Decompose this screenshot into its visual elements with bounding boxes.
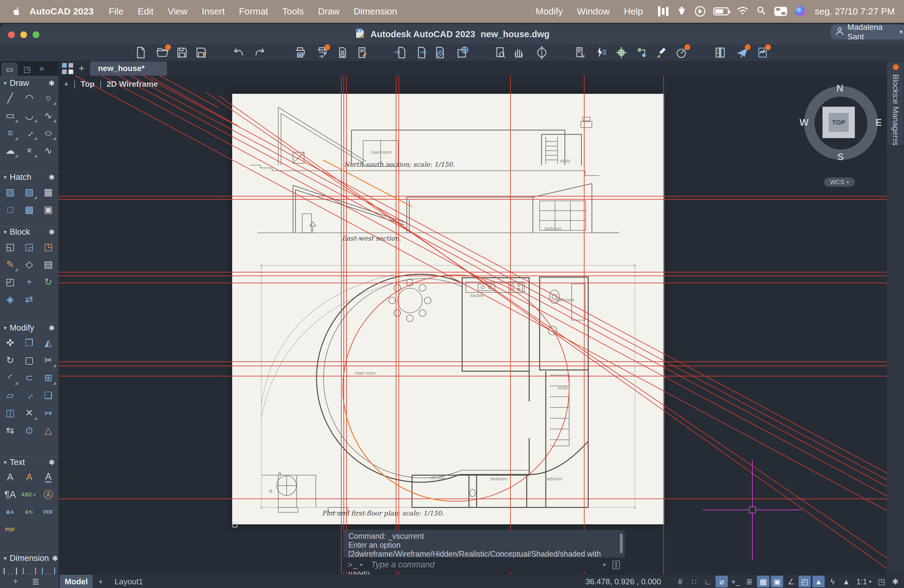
panel-dimension-header[interactable]: ▾Dimension✱ (0, 553, 58, 564)
sidebar-panel-list-button[interactable]: ≣ (32, 576, 40, 587)
tool-mirror[interactable]: ◭ (39, 334, 58, 351)
status-isometric[interactable]: ∠ (785, 576, 797, 587)
status-lineweight[interactable]: ≣ (743, 576, 755, 587)
tool-replace-block[interactable]: ⇄ (20, 291, 39, 308)
tool-clean[interactable]: △ (39, 422, 58, 439)
annotation-scale-dropdown[interactable]: 1:1▾ (854, 577, 874, 586)
compare-button[interactable] (713, 46, 727, 60)
tool-text-update[interactable]: A↻ (20, 503, 39, 521)
tool-rectangle[interactable]: ▭ (1, 107, 20, 124)
tool-polyline[interactable]: ∿ (39, 107, 58, 124)
status-transparency[interactable]: ▦ (757, 576, 769, 587)
command-share-icon[interactable]: ↥ (613, 561, 620, 569)
tool-insert-block[interactable]: ◲ (20, 238, 39, 256)
tool-point[interactable]: × (20, 142, 39, 159)
tab-2d-tools[interactable]: ▭ (2, 63, 17, 76)
panel-block-header[interactable]: ▾Block✱ (0, 226, 58, 237)
tool-trim[interactable]: ✂ (39, 351, 58, 369)
tool-change-space[interactable]: ⇆ (1, 422, 20, 439)
tool-hatch[interactable]: ▨ (1, 183, 20, 201)
status-snap[interactable]: ∷ (688, 576, 700, 587)
status-auto-scale[interactable]: ϟ (826, 576, 839, 587)
share-button[interactable] (735, 46, 749, 60)
status-selection-cycling[interactable]: ▣ (771, 576, 783, 587)
play-status-icon[interactable] (695, 6, 705, 17)
tool-image[interactable]: ▣ (39, 201, 58, 218)
prompt-caret-icon[interactable]: ▾ (360, 562, 363, 568)
tool-edit-block[interactable]: ◳ (39, 238, 58, 256)
save-as-button[interactable] (194, 46, 208, 60)
plot-style-button[interactable] (355, 46, 369, 60)
tool-ellipse[interactable]: ○ (39, 124, 58, 142)
apple-menu-icon[interactable] (12, 6, 21, 17)
tool-break-at-point[interactable]: ✕ (20, 404, 39, 422)
tool-arc[interactable]: ◠ (20, 89, 39, 107)
tool-explode[interactable]: ▱ (1, 387, 20, 404)
tool-sync-attributes[interactable]: ↻ (39, 273, 58, 291)
tab-layout1[interactable]: Layout1 (108, 575, 150, 588)
plot-button[interactable] (315, 46, 329, 60)
tool-text-edit[interactable]: A (20, 468, 39, 486)
tool-break[interactable]: ◫ (1, 404, 20, 422)
tool-spline[interactable]: ∿ (39, 142, 58, 159)
panel-gear-icon[interactable]: ✱ (49, 173, 55, 182)
panel-gear-icon[interactable]: ✱ (52, 554, 58, 563)
battery-icon[interactable] (713, 7, 729, 15)
tool-scale[interactable]: ❏ (39, 387, 58, 404)
viewport-style-button[interactable]: 2D Wireframe (106, 79, 158, 89)
tool-ray[interactable]: ↔ (20, 124, 39, 142)
open-file-button[interactable] (156, 46, 170, 60)
tool-hatch-edit[interactable]: ▧ (20, 183, 39, 201)
tool-edit-attribute[interactable]: ✎ (1, 256, 20, 273)
status-dynamic-input[interactable]: +_ (729, 576, 742, 587)
zoom-window-button[interactable] (493, 46, 508, 60)
performance-button[interactable] (755, 46, 770, 60)
tool-text-style[interactable]: ≣A (1, 503, 20, 521)
print-button[interactable] (293, 46, 307, 60)
app-switcher-icon[interactable] (658, 6, 669, 17)
tool-boundary[interactable]: □ (1, 201, 20, 218)
tool-create-block[interactable]: ◱ (1, 238, 20, 256)
panel-hatch-header[interactable]: ▾Hatch✱ (0, 172, 58, 183)
publish-web-button[interactable] (455, 46, 469, 60)
menubar-clock[interactable]: seg. 27/10 7:27 PM (815, 6, 895, 17)
geolocation-button[interactable] (615, 46, 629, 60)
viewcube[interactable]: N W E S TOP (803, 85, 879, 161)
tool-fillet[interactable]: ◜ (1, 369, 20, 387)
tool-move[interactable]: ✜ (1, 334, 20, 351)
status-annotation-scale[interactable]: ▲ (840, 576, 852, 587)
tool-region[interactable]: ▩ (20, 201, 39, 218)
wcs-dropdown[interactable]: WCS ▾ (824, 177, 855, 187)
tool-offset[interactable]: ⊂ (20, 369, 39, 387)
undo-button[interactable] (231, 46, 245, 60)
control-center-icon[interactable] (774, 7, 787, 16)
tool-attribute[interactable]: ◇ (20, 256, 39, 273)
tool-rotate[interactable]: ↻ (1, 351, 20, 369)
sidebar-add-panel-button[interactable]: + (13, 576, 19, 586)
count-button[interactable] (675, 46, 689, 60)
viewcube-south[interactable]: S (837, 151, 844, 163)
tab-model[interactable]: Model (60, 575, 93, 588)
quick-select-button[interactable] (594, 46, 608, 60)
status-annotation-monitor[interactable]: ◰ (798, 576, 811, 587)
viewport-grid-icon[interactable] (62, 63, 73, 74)
orbit-button[interactable] (535, 46, 549, 60)
tool-gradient[interactable]: ▦ (39, 183, 58, 201)
command-input-row[interactable]: >_▾ Type a command ▾ ↥ (343, 558, 625, 572)
command-history-caret-icon[interactable]: ▾ (603, 561, 606, 568)
viewcube-east[interactable]: E (876, 117, 882, 128)
status-polar-tracking[interactable]: ⌀ (716, 576, 728, 587)
redo-button[interactable] (253, 46, 267, 60)
stag-app-icon[interactable] (676, 5, 687, 19)
status-grid[interactable]: # (674, 576, 686, 587)
add-layout-button[interactable]: + (94, 575, 107, 588)
tool-find-text[interactable]: Ⓐ (39, 486, 58, 503)
viewcube-top-face[interactable]: TOP (822, 107, 855, 138)
tool-copy[interactable]: ❐ (20, 334, 39, 351)
import-button[interactable] (393, 46, 408, 60)
tool-palettes-button[interactable] (573, 46, 587, 60)
page-setup-button[interactable] (335, 46, 349, 60)
tool-add-block[interactable]: + (20, 273, 39, 291)
tool-select-similar[interactable]: ▢ (20, 351, 39, 369)
panel-draw-header[interactable]: ▾Draw✱ (0, 77, 58, 89)
